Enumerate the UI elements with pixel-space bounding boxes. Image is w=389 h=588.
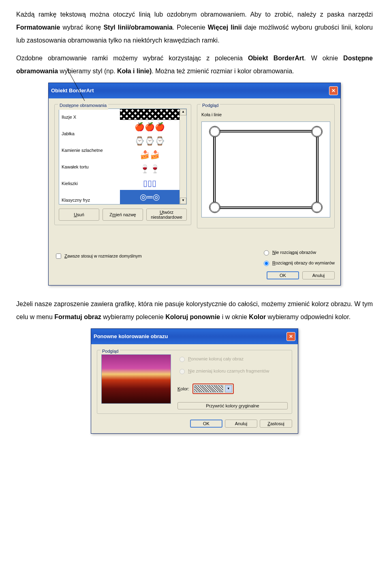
text-bold: Obiekt BorderArt [248, 55, 304, 62]
dialog-title: Ponowne kolorowanie obrazu [94, 331, 168, 342]
dialog-title: Obiekt BorderArt [51, 85, 94, 96]
scroll-down-icon[interactable]: ▼ [180, 198, 186, 204]
radio-input[interactable] [264, 261, 269, 266]
text: wybieramy polecenie [101, 313, 165, 320]
list-item[interactable]: Iluzje X [59, 109, 120, 126]
apply-button[interactable]: Zastosuj [260, 420, 292, 428]
list-item[interactable]: Kieliszki [59, 175, 120, 192]
thumb-icon: ▯▯▯ [120, 176, 180, 190]
text-bold: Styl linii/obramowania [103, 24, 172, 31]
paragraph-1: Każdą ramkę tekstową można otoczyć linią… [16, 8, 373, 47]
text: Każdą ramkę tekstową można otoczyć linią… [16, 11, 373, 18]
text: . W oknie [304, 55, 343, 62]
text: . Można też zmienić rozmiar i kolor obra… [152, 68, 294, 75]
ok-button[interactable]: OK [190, 420, 222, 428]
checkbox-input[interactable] [56, 254, 61, 259]
text-bold: Więcej linii [208, 24, 242, 31]
radio-label: Ponownie koloruj cały obraz [188, 354, 244, 363]
paragraph-3: Jeżeli nasze zaproszenie zawiera grafikę… [16, 298, 373, 324]
preview-style-name: Koła i linie [201, 110, 330, 119]
recolor-dialog: Ponowne kolorowanie obrazu ✕ Podgląd Pon… [91, 328, 298, 434]
text: Ozdobne obramowanie ramki możemy wybrać … [16, 55, 248, 62]
preview-corner-icon [209, 126, 220, 137]
rename-button[interactable]: Zmień nazwę [103, 209, 143, 221]
radio-recolor-whole: Ponownie koloruj cały obraz [177, 354, 288, 363]
preview-corner-icon [311, 202, 323, 213]
radio-nostretch[interactable]: Nie rozciągaj obrazów [262, 248, 335, 257]
preview-corner-icon [209, 202, 220, 213]
color-swatch-icon [194, 385, 223, 392]
titlebar: Ponowne kolorowanie obrazu ✕ [91, 329, 298, 344]
thumbnails: 🍎🍎🍎 ⌚⌚⌚ 🍰🍰 🍷🍷 ▯▯▯ ◎═◎ [120, 109, 180, 204]
thumb-icon: ⌚⌚⌚ [120, 134, 180, 148]
border-style-list[interactable]: Iluzje X Jabłka Kamienie szlachetne Kawa… [59, 109, 187, 205]
paragraph-2: Ozdobne obramowanie ramki możemy wybrać … [16, 52, 373, 78]
preview-corner-icon [311, 126, 323, 137]
list-item[interactable]: Kamienie szlachetne [59, 142, 120, 159]
ok-button[interactable]: OK [267, 271, 299, 279]
delete-button[interactable]: Usuń [59, 209, 99, 221]
thumb-icon: 🍰🍰 [120, 148, 180, 162]
text: . Polecenie [173, 24, 208, 31]
list-item[interactable]: Kawałek tortu [59, 159, 120, 175]
text: i w oknie [220, 313, 249, 320]
thumb-icon: ◎═◎ [120, 190, 180, 204]
cancel-button[interactable]: Anuluj [302, 271, 335, 279]
checkbox-label: Zawsze stosuj w rozmiarze domyślnym [64, 251, 142, 260]
cancel-button[interactable]: Anuluj [225, 420, 257, 428]
scrollbar[interactable]: ▲ ▼ [180, 109, 186, 204]
close-icon[interactable]: ✕ [329, 86, 338, 95]
radio-input[interactable] [264, 250, 269, 256]
border-preview [201, 121, 330, 217]
borderart-dialog: Obiekt BorderArt ✕ Dostępne obramowania … [48, 83, 341, 285]
text-bold: Koła i linie) [117, 68, 152, 75]
list-item[interactable]: Klasyczny fryz [59, 192, 120, 205]
text: wybieramy styl (np. [58, 68, 117, 75]
radio-input [180, 369, 185, 374]
available-frames-group: Dostępne obramowania Iluzje X Jabłka Kam… [54, 104, 191, 225]
create-custom-button[interactable]: Utwórz niestandardowe [146, 209, 187, 221]
list-item[interactable]: Jabłka [59, 126, 120, 142]
text: wybieramy odpowiedni kolor. [266, 313, 351, 320]
color-dropdown[interactable]: ▼ [192, 383, 234, 394]
thumb-icon: 🍷🍷 [120, 162, 180, 176]
thumb-icon: 🍎🍎🍎 [120, 120, 180, 134]
btn-label: suń [77, 212, 84, 217]
restore-colors-button[interactable]: Przywróć kolory oryginalne [177, 402, 288, 409]
group-legend: Dostępne obramowania [58, 101, 108, 110]
chevron-down-icon[interactable]: ▼ [225, 385, 232, 392]
preview-group: Podgląd Ponownie koloruj cały obraz Nie … [97, 350, 292, 414]
radio-label: Nie zmieniaj koloru czarnych fragmentów [188, 366, 269, 375]
radio-keep-black: Nie zmieniaj koloru czarnych fragmentów [177, 366, 288, 375]
group-legend: Podgląd [201, 101, 220, 110]
radio-label: Nie rozciągaj obrazów [272, 248, 316, 257]
default-size-checkbox[interactable]: Zawsze stosuj w rozmiarze domyślnym [54, 251, 142, 260]
preview-group: Podgląd Koła i linie [197, 104, 335, 228]
color-label: Kolor: [177, 384, 189, 393]
text-bold: Formatuj obraz [54, 313, 101, 320]
text: wybrać ikonę [60, 24, 103, 31]
radio-input [180, 357, 185, 362]
text-bold: Kolor [249, 313, 266, 320]
radio-label: Rozciągnij obrazy do wymiarów [272, 258, 335, 267]
text-bold: Formatowanie [16, 24, 60, 31]
radio-stretch[interactable]: Rozciągnij obrazy do wymiarów [262, 258, 335, 267]
scroll-up-icon[interactable]: ▲ [180, 109, 186, 115]
close-icon[interactable]: ✕ [286, 332, 295, 341]
text-bold: Koloruj ponownie [165, 313, 220, 320]
image-preview [101, 354, 171, 404]
titlebar: Obiekt BorderArt ✕ [49, 83, 340, 98]
